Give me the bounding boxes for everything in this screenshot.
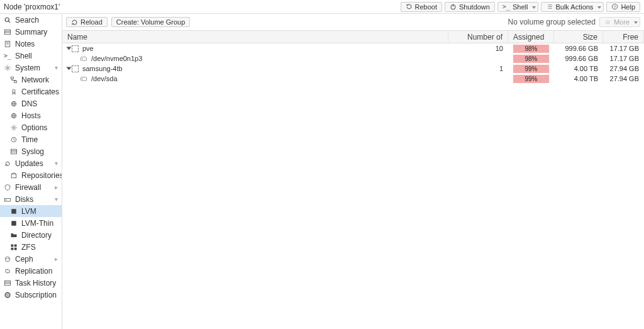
sidebar-item-label: Disks [15,195,33,204]
content-panel: Reload Create: Volume Group No volume gr… [62,14,644,329]
col-assigned[interactable]: Assigned to LVs [508,31,554,43]
sidebar-item-task-history[interactable]: Task History [0,277,62,289]
create-vg-button[interactable]: Create: Volume Group [111,17,190,27]
svg-rect-12 [5,30,11,35]
reload-button[interactable]: Reload [66,17,108,27]
cell-size: 4.00 TB [554,65,603,72]
sidebar-item-label: LVM-Thin [21,219,53,228]
svg-text:?: ? [614,5,616,9]
table-row[interactable]: /dev/nvme0n1p398%999.66 GB17.17 GB [62,53,644,64]
toolbar: Reload Create: Volume Group No volume gr… [62,14,644,31]
sidebar-item-subscription[interactable]: Subscription [0,289,62,301]
menu-icon [604,19,611,26]
shell-button[interactable]: >_Shell [497,2,539,12]
help-icon: ? [611,3,618,10]
sidebar-item-label: Replication [15,267,52,276]
sidebar-item-network[interactable]: Network [0,74,62,86]
bulk-actions-button[interactable]: Bulk Actions [541,2,604,12]
sidebar-item-label: Network [21,75,49,84]
sidebar: SearchSummaryNotes>_ShellSystem▾NetworkC… [0,14,62,329]
expand-icon: ▸ [55,184,58,191]
sidebar-item-notes[interactable]: Notes [0,38,62,50]
sidebar-item-directory[interactable]: Directory [0,229,62,241]
globe-icon [10,112,18,120]
cell-name: pve [62,45,448,52]
table-row[interactable]: /dev/sda99%4.00 TB27.94 GB [62,74,644,84]
disk-icon [80,75,87,82]
expand-icon: ▸ [55,255,58,262]
sidebar-item-updates[interactable]: Updates▾ [0,157,62,169]
sidebar-item-lvm[interactable]: LVM [0,205,62,217]
hdd-icon [4,196,11,203]
box-icon [10,172,18,179]
col-lvs[interactable]: Number of LVs [448,31,508,43]
col-size[interactable]: Size [554,31,603,43]
svg-rect-34 [5,198,11,201]
list-icon [10,148,18,155]
table-row[interactable]: samsung-4tb199%4.00 TB27.94 GB [62,64,644,74]
sidebar-item-repositories[interactable]: Repositories [0,169,62,181]
sidebar-item-time[interactable]: Time [0,133,62,145]
cell-lvs: 1 [448,65,508,72]
svg-rect-19 [11,77,14,79]
cell-assigned: 99% [508,75,554,83]
disk-icon [80,55,87,62]
svg-point-48 [5,293,10,298]
table-body: pve1098%999.66 GB17.17 GB/dev/nvme0n1p39… [62,43,644,84]
sidebar-item-system[interactable]: System▾ [0,62,62,74]
sidebar-item-firewall[interactable]: Firewall▸ [0,181,62,193]
undo-icon [406,3,413,10]
cell-name: /dev/sda [62,75,448,82]
sidebar-item-replication[interactable]: Replication [0,265,62,277]
sidebar-item-summary[interactable]: Summary [0,26,62,38]
more-button[interactable]: More [599,17,640,27]
sidebar-item-syslog[interactable]: Syslog [0,145,62,157]
sidebar-item-zfs[interactable]: ZFS [0,241,62,253]
reboot-button[interactable]: Reboot [401,2,442,12]
table-row[interactable]: pve1098%999.66 GB17.17 GB [62,43,644,53]
sidebar-item-ceph[interactable]: Ceph▸ [0,253,62,265]
svg-point-18 [7,67,9,69]
sidebar-item-lvm-thin[interactable]: LVM-Thin [0,217,62,229]
cell-size: 999.66 GB [554,55,603,62]
sidebar-item-dns[interactable]: DNS [0,98,62,109]
sidebar-item-label: Time [21,135,38,144]
refresh-icon [71,19,78,26]
clock-icon [10,136,18,143]
expand-triangle-icon[interactable] [67,67,72,70]
svg-point-35 [6,199,7,201]
usage-bar: 99% [513,65,549,73]
help-button[interactable]: ?Help [606,2,640,12]
sidebar-item-label: Notes [15,40,35,48]
sidebar-item-label: Task History [15,279,56,287]
svg-rect-53 [81,57,87,60]
expand-triangle-icon[interactable] [67,47,72,50]
sidebar-item-hosts[interactable]: Hosts [0,109,62,121]
shell-icon: >_ [4,52,11,59]
usage-bar: 98% [513,45,549,53]
th-icon [10,243,18,251]
col-name[interactable]: Name [62,31,448,43]
cell-assigned: 99% [508,65,554,73]
disk-name: /dev/sda [91,75,118,82]
sidebar-item-options[interactable]: Options [0,121,62,133]
create-label: Create: Volume Group [116,18,185,26]
expand-icon: ▾ [55,196,58,203]
svg-point-28 [13,126,15,128]
sidebar-item-label: Updates [15,159,43,168]
sidebar-item-label: Syslog [21,147,44,156]
sidebar-item-shell[interactable]: >_Shell [0,50,62,62]
sidebar-item-disks[interactable]: Disks▾ [0,193,62,205]
col-free[interactable]: Free [603,31,644,43]
list-icon [4,279,11,287]
more-label: More [614,18,630,26]
sidebar-item-label: Shell [15,52,32,60]
usage-bar: 99% [513,75,549,83]
globe-icon [10,100,18,108]
sidebar-item-certificates[interactable]: Certificates [0,86,62,98]
svg-point-56 [82,79,83,80]
svg-point-10 [5,18,9,21]
cell-lvs: 10 [448,45,508,52]
shutdown-button[interactable]: Shutdown [445,2,495,12]
sidebar-item-search[interactable]: Search [0,14,62,26]
